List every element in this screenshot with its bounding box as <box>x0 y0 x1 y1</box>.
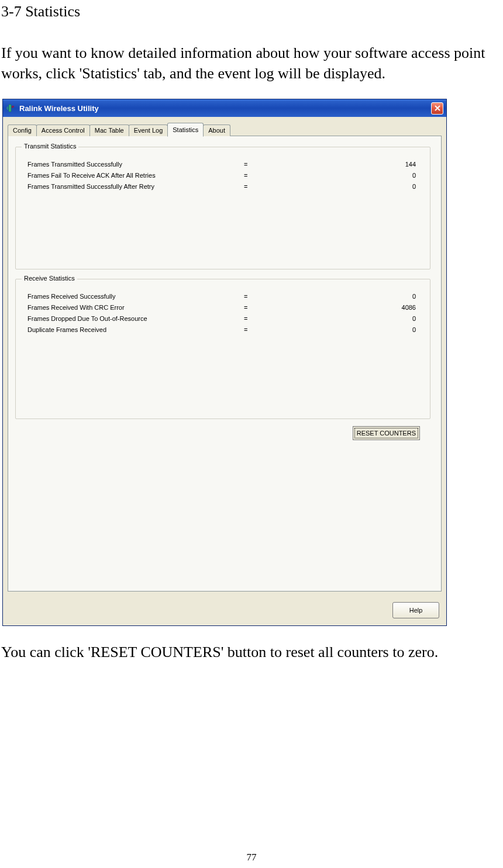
stat-label: Frames Fail To Receive ACK After All Ret… <box>27 172 244 179</box>
tab-about[interactable]: About <box>203 125 230 136</box>
svg-text:P: P <box>12 105 14 109</box>
tab-event-log[interactable]: Event Log <box>129 125 168 136</box>
stat-label: Frames Transmitted Successfully <box>27 161 244 168</box>
app-window: P Ralink Wireless Utility Config Access … <box>2 99 447 626</box>
stat-label: Duplicate Frames Received <box>27 326 244 333</box>
stat-equals: = <box>244 304 279 311</box>
stat-row: Frames Transmitted Successfully = 144 <box>27 161 422 168</box>
transmit-legend: Transmit Statistics <box>22 143 78 150</box>
stat-value: 0 <box>279 183 422 190</box>
stat-equals: = <box>244 326 279 333</box>
stat-row: Frames Received With CRC Error = 4086 <box>27 304 422 311</box>
stat-equals: = <box>244 293 279 300</box>
stat-row: Frames Received Successfully = 0 <box>27 293 422 300</box>
stat-value: 0 <box>279 326 422 333</box>
stat-equals: = <box>244 315 279 322</box>
stat-row: Frames Fail To Receive ACK After All Ret… <box>27 172 422 179</box>
stat-row: Frames Dropped Due To Out-of-Resource = … <box>27 315 422 322</box>
tabs-container: Config Access Control Mac Table Event Lo… <box>3 117 446 596</box>
stat-value: 0 <box>279 172 422 179</box>
section-heading: 3-7 Statistics <box>0 3 503 20</box>
stat-label: Frames Transmitted Successfully After Re… <box>27 183 244 190</box>
stat-label: Frames Received With CRC Error <box>27 304 244 311</box>
svg-rect-0 <box>9 105 11 112</box>
receive-legend: Receive Statistics <box>22 275 77 282</box>
footer-paragraph: You can click 'RESET COUNTERS' button to… <box>0 644 503 661</box>
tab-access-control[interactable]: Access Control <box>36 125 90 136</box>
app-icon: P <box>6 103 16 113</box>
stat-row: Frames Transmitted Successfully After Re… <box>27 183 422 190</box>
intro-paragraph: If you want to know detailed information… <box>0 43 503 84</box>
close-button[interactable] <box>431 102 443 115</box>
tab-statistics[interactable]: Statistics <box>167 123 204 137</box>
stat-value: 0 <box>279 293 422 300</box>
title-bar: P Ralink Wireless Utility <box>3 99 446 117</box>
stat-label: Frames Dropped Due To Out-of-Resource <box>27 315 244 322</box>
stat-row: Duplicate Frames Received = 0 <box>27 326 422 333</box>
stat-value: 0 <box>279 315 422 322</box>
tab-row: Config Access Control Mac Table Event Lo… <box>8 123 442 136</box>
bottom-bar: Help <box>3 596 446 625</box>
window-title: Ralink Wireless Utility <box>19 104 431 113</box>
stat-equals: = <box>244 161 279 168</box>
stat-value: 144 <box>279 161 422 168</box>
tab-panel-statistics: Transmit Statistics Frames Transmitted S… <box>8 136 442 592</box>
stat-equals: = <box>244 172 279 179</box>
transmit-group: Transmit Statistics Frames Transmitted S… <box>15 147 430 269</box>
tab-mac-table[interactable]: Mac Table <box>89 125 129 136</box>
help-button[interactable]: Help <box>392 602 439 618</box>
reset-counters-button[interactable]: RESET COUNTERS <box>353 426 420 440</box>
stat-label: Frames Received Successfully <box>27 293 244 300</box>
tab-config[interactable]: Config <box>8 125 37 136</box>
page-number: 77 <box>0 852 503 863</box>
stat-value: 4086 <box>279 304 422 311</box>
stat-equals: = <box>244 183 279 190</box>
receive-group: Receive Statistics Frames Received Succe… <box>15 279 430 419</box>
